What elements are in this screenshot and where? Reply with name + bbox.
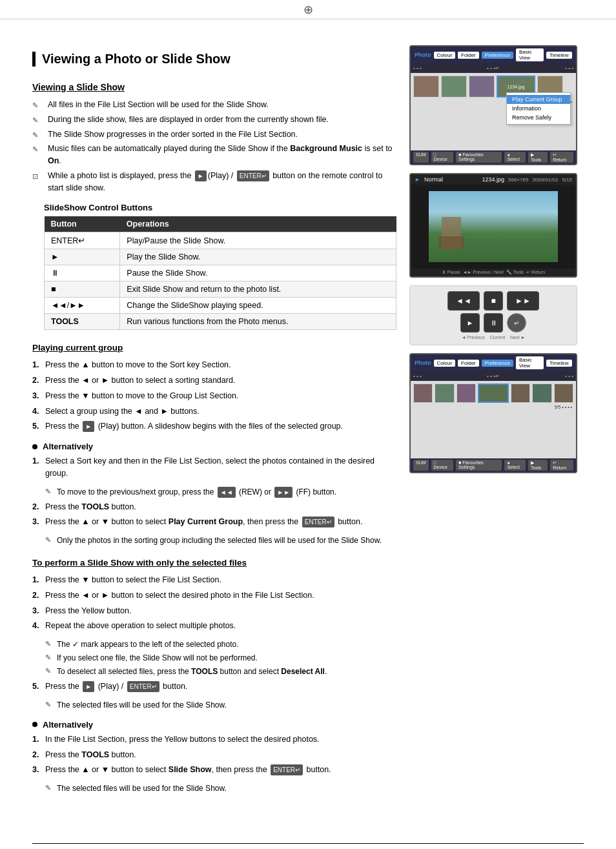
bullet-5: ⊡ While a photo list is displayed, press… [32,170,396,194]
playback-image [429,191,558,262]
footer-pause: ⏸ Pause [442,270,460,275]
op-stop: Exit Slide Show and return to the photo … [120,281,396,298]
footer4-tools: ▶ Tools [528,460,548,471]
step4-notes: ✎ The ✓ mark appears to the left of the … [45,639,396,677]
thumb4-6 [532,384,551,403]
tab4-folder: Folder [458,360,479,367]
slide-show-title: Viewing a Slide Show [32,82,396,92]
screen2-date: 2009/01/02 [532,177,558,183]
list-item: 3. Press the Yellow button. [32,605,396,617]
table-row: ENTER↵ Play/Pause the Slide Show. [45,232,396,249]
op-rewind: Change the SlideShow playing speed. [120,298,396,314]
note-icon: ✎ [45,535,57,546]
list-item: 2. Press the ◄ or ► button to select a s… [32,374,396,387]
menu-remove-safely: Remove Safely [507,113,570,122]
btn-pause-remote[interactable]: ⏸ [484,313,503,332]
col-operations: Operations [120,216,396,232]
alternatively-dot-2: Alternatively [32,720,396,730]
note-item: ✎ To deselect all selected files, press … [45,666,396,677]
note-item: ✎ Only the photos in the sorting group i… [45,535,396,546]
context-menu: Play Current Group Information Remove Sa… [506,92,571,125]
note-icon: ✎ [45,783,57,793]
alternatively-dot-1: Alternatively [32,442,396,451]
screen3-remote: ◄◄ ■ ►► ► ⏸ ↵ ◄ Previous Current Next ► [409,285,577,345]
list-item: 5. Press the ► (Play) button. A slidesho… [32,420,396,433]
footer-return2: ↩ Return [526,270,545,275]
playing-group-title: Playing current group [32,343,396,353]
btn-play-remote[interactable]: ► [460,313,480,332]
remote-row-1: ◄◄ ■ ►► [415,291,571,311]
list-item: 2. Press the TOOLS button. [32,749,396,761]
alternatively-label-2: Alternatively [43,720,93,730]
top-border: ⊕ [0,0,616,19]
footer-select: ● Select [504,152,526,163]
btn-rewind: ◄◄/►► [45,298,120,314]
thumb4-7 [554,384,573,403]
btn-rewind-remote[interactable]: ◄◄ [447,291,480,311]
screen1-footer: SUM □ Device ■ Favourites Settings ● Sel… [411,150,576,164]
btn-pause: ⏸ [45,265,120,281]
list-item: 2. Press the TOOLS button. [32,501,396,513]
screen4-toolbar: • • • • • •↵ • • • [411,371,576,381]
screen1-toolbar: • • • • • •↵ • • • [411,63,576,73]
screen2-page: 5/15 [562,177,572,183]
left-column: Viewing a Photo or Slide Show Viewing a … [32,45,396,804]
remote-row-2: ► ⏸ ↵ [415,313,571,332]
note-icon: ✎ [45,486,57,497]
bullet-2: ✎ During the slide show, files are displ… [32,114,396,126]
footer4-select: ● Select [504,460,526,471]
thumb-2 [441,76,467,97]
right-column: Photo Colour Folder Preference Basic Vie… [409,45,584,804]
page-indicator4: 5/5 • • • • [413,405,573,409]
list-item: 1. Press the ▲ button to move to the Sor… [32,359,396,371]
table-row: ◄◄/►► Change the SlideShow playing speed… [45,298,396,314]
beach-scene [429,191,558,262]
screen2-filename: 1234.jpg [482,176,504,183]
selected-step5: 5. Press the ► (Play) / ENTER↵ button. [32,680,396,693]
playing-group-section: Playing current group 1. Press the ▲ but… [32,343,396,546]
selected-files-title: To perform a Slide Show with only the se… [32,558,396,568]
table-row: ■ Exit Slide Show and return to the phot… [45,281,396,298]
note-icon: ✎ [45,652,57,663]
screen4-footer: SUM □ Device ■ Favourites Settings ● Sel… [411,458,576,472]
screen2-resolution: 586×765 [508,177,528,183]
screen2-mode: ► [415,176,420,183]
page-footer: BN68-02330K-01Eng.indb 40 English - 40 2… [32,843,584,849]
tab-timeline: Timeline [546,52,572,59]
footer-device: □ Device [431,152,453,163]
selected-files-section: To perform a Slide Show with only the se… [32,558,396,794]
btn-enter: ENTER↵ [45,232,120,249]
alt-steps-1: 1. Select a Sort key and then in the Fil… [32,455,396,480]
note-icon-3: ✎ [32,128,44,141]
btn-enter-remote[interactable]: ↵ [507,313,526,332]
list-item: 3. Press the ▲ or ▼ button to select Sli… [32,764,396,776]
footer-return: ↩ Return [550,152,573,163]
note-item: ✎ The selected files will be used for th… [45,783,396,794]
op-pause: Pause the Slide Show. [120,265,396,281]
screen4: Photo Colour Folder Preference Basic Vie… [409,353,577,473]
bullet-1: ✎ All files in the File List Section wil… [32,99,396,111]
dot-icon [32,444,37,449]
screen2-content [411,185,576,269]
thumb4-2 [435,384,454,403]
selected-steps: 1. Press the ▼ button to select the File… [32,574,396,632]
footer-tools: ▶ Tools [528,152,548,163]
btn-tools: TOOLS [45,314,120,330]
note-item: ✎ If you select one file, the Slide Show… [45,652,396,664]
footer4-sum: SUM [413,460,429,471]
note-item: ✎ The selected files will be used for th… [45,699,396,711]
thumb4-main [478,384,509,403]
btn-forward-remote[interactable]: ►► [507,291,539,311]
screen2-mode-label: Normal [424,176,443,183]
note-icon: ✎ [45,699,57,710]
footer-tools2: 🔧 Tools [506,270,524,275]
btn-stop-remote[interactable]: ■ [484,291,503,311]
screen4-title: Photo [415,360,431,366]
tab4-basic: Basic View [516,356,544,369]
list-item: 1. Select a Sort key and then in the Fil… [32,455,396,480]
list-item: 4. Repeat the above operation to select … [32,620,396,632]
alt-steps-2: 2. Press the TOOLS button. 3. Press the … [32,501,396,529]
screen4-content: 5/5 • • • • [411,381,576,458]
alt-selected-notes: ✎ The selected files will be used for th… [45,783,396,794]
alt-selected-steps: 1. In the File List Section, press the Y… [32,733,396,776]
